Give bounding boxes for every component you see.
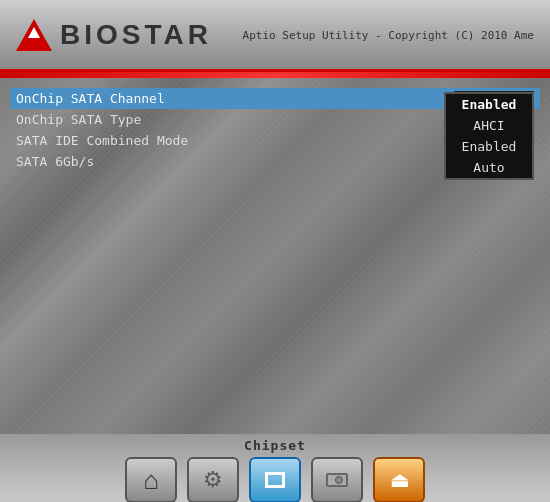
menu-label-sata-ide: SATA IDE Combined Mode [16, 133, 188, 148]
display-icon [265, 472, 285, 488]
header-subtitle: Aptio Setup Utility - Copyright (C) 2010… [243, 28, 534, 41]
logo-icon [16, 19, 52, 51]
menu-label-sata-type: OnChip SATA Type [16, 112, 141, 127]
dropdown-item-ahci[interactable]: AHCI [446, 115, 532, 136]
dropdown-item-enabled[interactable]: Enabled [446, 94, 532, 115]
nav-icons: ⚙ ⏏ [125, 457, 425, 502]
bios-panel: OnChip SATA Channel Enabled OnChip SATA … [10, 88, 540, 172]
link-icon: ⚙ [203, 467, 223, 493]
main-content: OnChip SATA Channel Enabled OnChip SATA … [0, 78, 550, 434]
storage-icon [326, 473, 348, 487]
home-icon [139, 468, 163, 492]
dropdown-popup: Enabled AHCI Enabled Auto [444, 92, 534, 180]
dropdown-item-enabled2[interactable]: Enabled [446, 136, 532, 157]
header: BIOSTAR Aptio Setup Utility - Copyright … [0, 0, 550, 72]
nav-home[interactable] [125, 457, 177, 502]
nav-display[interactable] [249, 457, 301, 502]
logo-text: BIOSTAR [60, 19, 212, 51]
section-label: Chipset [244, 438, 306, 453]
footer: Chipset ⚙ ⏏ [0, 434, 550, 502]
logo-area: BIOSTAR [16, 19, 212, 51]
nav-link[interactable]: ⚙ [187, 457, 239, 502]
exit-icon: ⏏ [390, 468, 409, 492]
nav-storage[interactable] [311, 457, 363, 502]
menu-label-sata-channel: OnChip SATA Channel [16, 91, 165, 106]
nav-exit[interactable]: ⏏ [373, 457, 425, 502]
menu-label-sata-6g: SATA 6Gb/s [16, 154, 94, 169]
dropdown-item-auto[interactable]: Auto [446, 157, 532, 178]
